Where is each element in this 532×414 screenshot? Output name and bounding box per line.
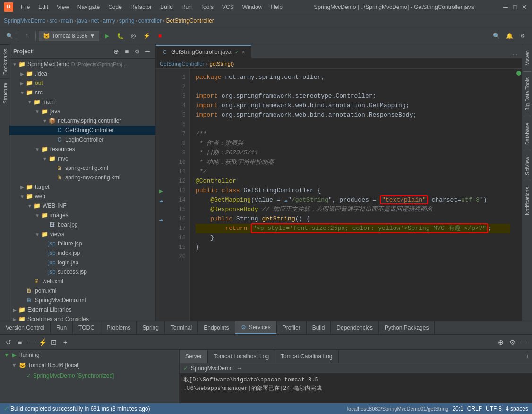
sidebar-expand-button[interactable]: ≡	[122, 47, 131, 56]
tree-item-springmvcdemo[interactable]: ▼ 📁 SpringMvcDemo D:\Projects\SpringProj…	[9, 59, 155, 69]
menu-navigate[interactable]: Navigate	[74, 3, 103, 11]
tree-item-failurejsp[interactable]: ▶ jsp failure.jsp	[9, 239, 155, 248]
tree-item-webinf[interactable]: ▼ 📁 WEB-INF	[9, 201, 155, 211]
svc-springmvcdemo[interactable]: ✓ SpringMvcDemo [Synchronized]	[0, 371, 179, 381]
settings-button[interactable]: 🔔	[504, 30, 515, 42]
breadcrumb-net[interactable]: net	[91, 17, 99, 24]
tab-services[interactable]: ⚙ Services	[235, 321, 277, 334]
right-toolbar-notifications[interactable]: Notifications	[523, 183, 531, 219]
tree-item-main[interactable]: ▼ 📁 main	[9, 97, 155, 107]
tree-item-java[interactable]: ▼ 📁 java	[9, 107, 155, 116]
tree-item-scratches[interactable]: ▶ 📁 Scratches and Consoles	[9, 314, 155, 321]
services-expand-all[interactable]: ≡	[15, 338, 25, 347]
breadcrumb-spring[interactable]: spring	[119, 17, 135, 24]
close-button[interactable]: ✕	[521, 3, 528, 11]
tree-item-mvc[interactable]: ▼ 📁 mvc	[9, 154, 155, 163]
services-add-button[interactable]: +	[60, 338, 70, 347]
vcs-update-button[interactable]: ↑	[21, 30, 33, 42]
tree-item-springmvcconfig[interactable]: ▶ 🗎 spring-mvc-config.xml	[9, 173, 155, 182]
menu-code[interactable]: Code	[104, 3, 126, 11]
svc-running[interactable]: ▼ ▶ Running	[0, 350, 179, 360]
maximize-button[interactable]: □	[511, 3, 519, 11]
menu-refactor[interactable]: Refactor	[127, 3, 155, 11]
tree-item-loginjsp[interactable]: ▶ jsp login.jsp	[9, 258, 155, 267]
tree-item-iml[interactable]: ▶ 🗎 SpringMvcDemo.iml	[9, 296, 155, 305]
server-tab-server[interactable]: Server	[180, 350, 208, 363]
services-filter-button[interactable]: ⚡	[38, 338, 47, 347]
menu-tools[interactable]: Tools	[197, 3, 217, 11]
debug-button[interactable]: 🐛	[114, 30, 126, 42]
tree-item-pomxml[interactable]: ▶ 🗎 pom.xml	[9, 286, 155, 296]
run-config-selector[interactable]: 🐱 Tomcat 8.5.86 ▼	[39, 31, 99, 41]
breadcrumb-java[interactable]: java	[77, 17, 87, 24]
registry-button[interactable]: ⚙	[517, 30, 528, 42]
breadcrumb-springmvcdemo[interactable]: SpringMvcDemo	[4, 17, 46, 24]
sidebar-label-structure[interactable]: Structure	[0, 78, 9, 108]
services-collapse-all[interactable]: —	[26, 338, 36, 347]
tab-spring[interactable]: Spring	[137, 321, 165, 334]
tree-item-webxml[interactable]: ▶ 🗎 web.xml	[9, 277, 155, 286]
sidebar-settings-button[interactable]: ⚙	[133, 47, 141, 56]
menu-vcs[interactable]: VCS	[218, 3, 238, 11]
tree-item-idea[interactable]: ▶ 📁 .idea	[9, 69, 155, 78]
right-toolbar-bigdata[interactable]: Big Data Tools	[523, 74, 531, 115]
menu-edit[interactable]: Edit	[34, 3, 52, 11]
svc-tomcat[interactable]: ▼ 🐱 Tomcat 8.5.86 [local]	[0, 360, 179, 371]
statusbar-encoding[interactable]: UTF-8	[486, 406, 502, 412]
tree-item-src[interactable]: ▼ 📁 src	[9, 88, 155, 97]
tree-item-views[interactable]: ▼ 📁 views	[9, 229, 155, 239]
tree-item-logincontroller[interactable]: ▶ C LoginController	[9, 135, 155, 144]
tab-more-button[interactable]: ⋯	[508, 51, 522, 58]
menu-window[interactable]: Window	[239, 3, 266, 11]
tree-item-springconfig[interactable]: ▶ 🗎 spring-config.xml	[9, 163, 155, 173]
tree-item-extlibs[interactable]: ▶ 📁 External Libraries	[9, 305, 155, 314]
tab-close-button[interactable]: ✕	[241, 50, 245, 55]
menu-run[interactable]: Run	[178, 3, 196, 11]
gutter-line16[interactable]: ☁	[156, 214, 166, 224]
tree-item-images[interactable]: ▼ 📁 images	[9, 211, 155, 220]
tree-item-web[interactable]: ▼ 📁 web	[9, 192, 155, 201]
code-content[interactable]: package net.army.spring.controller; impo…	[190, 69, 516, 321]
profile-button[interactable]: ⚡	[141, 30, 152, 42]
tab-getstringcontroller[interactable]: C GetStringController.java ✓ ✕	[156, 45, 251, 58]
menu-build[interactable]: Build	[156, 3, 177, 11]
tree-item-indexjsp[interactable]: ▶ jsp index.jsp	[9, 248, 155, 258]
right-toolbar-database[interactable]: Database	[523, 119, 531, 149]
sidebar-collapse-button[interactable]: ─	[143, 47, 152, 56]
menu-view[interactable]: View	[53, 3, 73, 11]
menu-file[interactable]: File	[17, 3, 34, 11]
tab-version-control[interactable]: Version Control	[0, 321, 51, 334]
tab-dependencies[interactable]: Dependencies	[331, 321, 379, 334]
menu-help[interactable]: Help	[267, 3, 286, 11]
tab-todo[interactable]: TODO	[73, 321, 101, 334]
coverage-button[interactable]: ◎	[128, 30, 139, 42]
search-everywhere-button[interactable]: 🔍	[4, 30, 15, 42]
gutter-line13[interactable]: ▶	[156, 186, 166, 195]
statusbar-cursor[interactable]: 20:1	[452, 406, 463, 412]
tree-item-bearjpg[interactable]: ▶ 🖼 bear.jpg	[9, 220, 155, 229]
tree-item-package[interactable]: ▼ 📦 net.army.spring.controller	[9, 116, 155, 126]
tab-profiler[interactable]: Profiler	[277, 321, 307, 334]
services-close-button[interactable]: —	[519, 338, 528, 347]
breadcrumb-class[interactable]: GetStringController	[165, 17, 214, 24]
right-toolbar-sciview[interactable]: SciView	[523, 153, 531, 179]
sidebar-add-button[interactable]: ⊕	[112, 47, 120, 56]
server-tab-catalina[interactable]: Tomcat Catalina Log	[275, 350, 338, 363]
breadcrumb-main[interactable]: main	[61, 17, 73, 24]
tab-build[interactable]: Build	[307, 321, 331, 334]
tab-terminal[interactable]: Terminal	[165, 321, 198, 334]
tree-item-target[interactable]: ▶ 📁 target	[9, 182, 155, 192]
tab-python-packages[interactable]: Python Packages	[379, 321, 435, 334]
log-scroll-up[interactable]: ↑	[523, 350, 532, 363]
minimize-button[interactable]: ─	[502, 3, 509, 11]
tab-run[interactable]: Run	[51, 321, 73, 334]
services-filter2-button[interactable]: ⊡	[49, 338, 59, 347]
run-button[interactable]: ▶	[101, 30, 112, 42]
services-refresh-button[interactable]: ↺	[4, 338, 13, 347]
tree-item-getstringcontroller[interactable]: ▶ C GetStringController	[9, 126, 155, 135]
tree-item-out[interactable]: ▶ 📁 out	[9, 78, 155, 88]
breadcrumb-controller[interactable]: controller	[138, 17, 162, 24]
tab-problems[interactable]: Problems	[101, 321, 137, 334]
stop-button[interactable]: ■	[154, 30, 165, 42]
search-button[interactable]: 🔍	[490, 30, 502, 42]
